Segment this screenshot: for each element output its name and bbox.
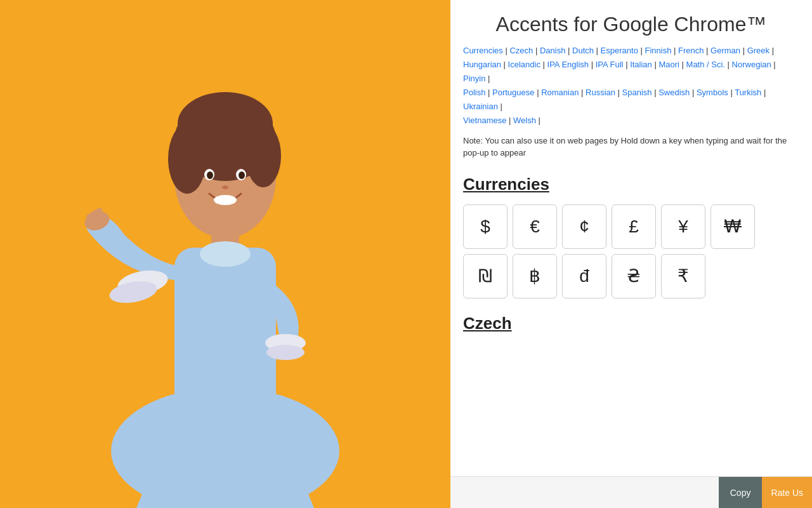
rate-button[interactable]: Rate Us (762, 477, 812, 508)
czech-title: Czech (463, 314, 799, 333)
nav-czech[interactable]: Czech (509, 46, 533, 55)
bottom-bar: Copy Rate Us (450, 476, 812, 508)
nav-turkish[interactable]: Turkish (735, 88, 761, 97)
nav-currencies[interactable]: Currencies (463, 46, 503, 55)
svg-point-7 (178, 92, 273, 156)
currency-hryvnia[interactable]: ₴ (612, 254, 656, 298)
nav-italian[interactable]: Italian (630, 60, 652, 69)
nav-german[interactable]: German (710, 46, 740, 55)
app-title: Accents for Google Chrome™ (463, 13, 799, 36)
currency-euro[interactable]: € (513, 204, 557, 249)
nav-romanian[interactable]: Romanian (541, 88, 579, 97)
currency-baht[interactable]: ฿ (513, 254, 557, 298)
nav-vietnamese[interactable]: Vietnamese (463, 116, 506, 125)
woman-illustration (41, 6, 409, 508)
currency-rupee[interactable]: ₹ (661, 254, 705, 298)
nav-hungarian[interactable]: Hungarian (463, 60, 501, 69)
svg-rect-1 (174, 248, 276, 425)
left-panel (0, 0, 450, 508)
nav-links[interactable]: Currencies | Czech | Danish | Dutch | Es… (463, 44, 799, 128)
nav-math-sci[interactable]: Math / Sci. (686, 60, 725, 69)
nav-maori[interactable]: Maori (658, 60, 679, 69)
currency-shekel[interactable]: ₪ (463, 254, 508, 298)
currency-won[interactable]: ₩ (710, 204, 755, 249)
copy-button[interactable]: Copy (719, 477, 763, 508)
nav-pinyin[interactable]: Pinyin (463, 74, 485, 83)
nav-polish[interactable]: Polish (463, 88, 485, 97)
text-input[interactable] (450, 477, 719, 508)
svg-point-11 (239, 171, 245, 179)
nav-greek[interactable]: Greek (747, 46, 769, 55)
currency-pound[interactable]: £ (612, 204, 656, 249)
czech-section: Czech (463, 314, 799, 333)
currency-cent[interactable]: ¢ (562, 204, 606, 249)
nav-finnish[interactable]: Finnish (645, 46, 671, 55)
nav-norwegian[interactable]: Norwegian (732, 60, 771, 69)
currencies-title: Currencies (463, 175, 799, 194)
nav-ipa-english[interactable]: IPA English (547, 60, 589, 69)
svg-point-12 (214, 195, 237, 205)
currencies-section: Currencies $ € ¢ £ ¥ ₩ ₪ ฿ đ ₴ ₹ (463, 175, 799, 298)
nav-esperanto[interactable]: Esperanto (601, 46, 638, 55)
nav-icelandic[interactable]: Icelandic (508, 60, 540, 69)
nav-welsh[interactable]: Welsh (513, 116, 536, 125)
nav-dutch[interactable]: Dutch (572, 46, 594, 55)
svg-point-10 (207, 171, 213, 179)
currency-yen[interactable]: ¥ (661, 204, 705, 249)
currency-dollar[interactable]: $ (463, 204, 508, 249)
nav-danish[interactable]: Danish (540, 46, 565, 55)
nav-symbols[interactable]: Symbols (697, 88, 728, 97)
svg-point-19 (266, 345, 304, 360)
nav-ipa-full[interactable]: IPA Full (596, 60, 624, 69)
svg-point-20 (200, 241, 251, 267)
nav-spanish[interactable]: Spanish (622, 88, 652, 97)
currency-dong[interactable]: đ (562, 254, 606, 298)
svg-point-13 (222, 185, 228, 189)
nav-french[interactable]: French (678, 46, 704, 55)
nav-swedish[interactable]: Swedish (658, 88, 690, 97)
nav-ukrainian[interactable]: Ukrainian (463, 102, 498, 111)
note-text: Note: You can also use it on web pages b… (463, 135, 799, 159)
nav-portuguese[interactable]: Portuguese (492, 88, 535, 97)
right-panel: Accents for Google Chrome™ Currencies | … (450, 0, 812, 508)
currency-grid: $ € ¢ £ ¥ ₩ ₪ ฿ đ ₴ ₹ (463, 204, 799, 298)
nav-russian[interactable]: Russian (586, 88, 615, 97)
